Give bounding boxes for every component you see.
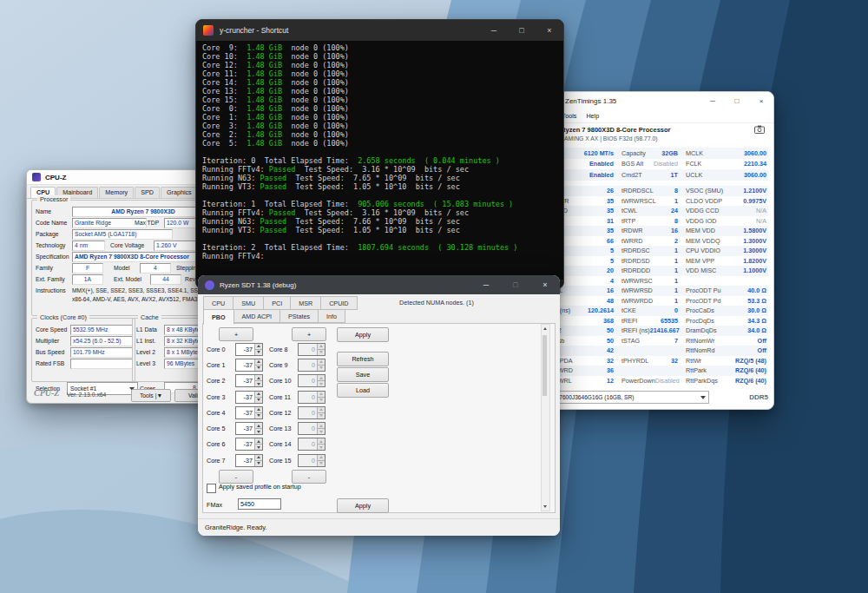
minimize-button[interactable]: ─ [471, 275, 501, 294]
spinner-up-button[interactable] [254, 392, 262, 398]
ycruncher-titlebar[interactable]: y-cruncher - Shortcut ─ □ × [196, 20, 563, 41]
spinner-up-button[interactable] [254, 455, 262, 461]
spinner-down-button[interactable] [317, 350, 325, 355]
sdt-core-offset-spinner[interactable]: 0 [298, 374, 326, 387]
spinner-up-button[interactable] [317, 407, 325, 413]
spinner-up-button[interactable] [254, 359, 262, 366]
spinner-up-button[interactable] [254, 407, 262, 413]
zt-cell: MEM VDD1.5800V [683, 227, 768, 234]
spinner-up-button[interactable] [317, 344, 325, 350]
increase-all-right-button[interactable]: + [292, 327, 326, 341]
sdt-tab-smu[interactable]: SMU [233, 296, 264, 310]
cpuz-tab-memory[interactable]: Memory [99, 187, 134, 198]
sdt-core-offset-value: -37 [236, 346, 254, 353]
sdt-tab-info[interactable]: Info [318, 309, 345, 323]
spinner-down-button[interactable] [317, 381, 325, 386]
screenshot-button[interactable] [753, 123, 766, 135]
cpuz-row-value [70, 359, 133, 369]
sdt-core-offset-spinner[interactable]: -37 [235, 454, 263, 467]
fmax-apply-button[interactable]: Apply [337, 498, 389, 513]
spinner-down-button[interactable] [254, 381, 262, 386]
spinner-up-button[interactable] [317, 375, 325, 381]
sdt-refresh-button[interactable]: Refresh [337, 352, 389, 366]
sdt-tab-pci[interactable]: PCI [263, 296, 291, 310]
spinner-up-button[interactable] [317, 423, 325, 429]
close-button[interactable]: × [530, 275, 560, 294]
spinner-down-button[interactable] [254, 461, 262, 466]
maximize-button[interactable]: □ [501, 275, 530, 294]
sdt-core-offset-spinner[interactable]: 0 [298, 422, 326, 435]
decrease-all-right-button[interactable]: - [292, 470, 326, 484]
vertical-scrollbar[interactable] [541, 324, 550, 511]
spinner-down-button[interactable] [317, 445, 325, 450]
sdt-core-offset-spinner[interactable]: -37 [235, 343, 263, 356]
sdt-core-offset-spinner[interactable]: 0 [298, 359, 326, 372]
cpuz-info-row: Bus Speed101.79 MHz [32, 346, 135, 358]
spinner-up-button[interactable] [317, 455, 325, 461]
spinner-down-button[interactable] [317, 413, 325, 418]
sdt-tab-amd-acpi[interactable]: AMD ACPI [233, 309, 280, 323]
sdt-tab-pbo[interactable]: PBO [203, 309, 234, 325]
spinner-up-button[interactable] [317, 392, 325, 398]
spinner-up-button[interactable] [317, 438, 325, 445]
zt-param-label: UCLK [683, 171, 702, 179]
zentimings-titlebar[interactable]: ZenTimings 1.35 ─ □ × [536, 92, 773, 109]
spinner-down-button[interactable] [254, 366, 262, 371]
dimm-select-dropdown[interactable]: 2: F5-7600J3646G16G (16GB, SR) [541, 391, 709, 404]
cpuz-tab-spd[interactable]: SPD [135, 187, 160, 198]
spinner-down-button[interactable] [254, 398, 262, 403]
sdt-tab-cpu[interactable]: CPU [203, 296, 233, 310]
cpuz-tab-graphics[interactable]: Graphics [161, 187, 198, 198]
zt-param-value: Disabled [655, 377, 685, 385]
spinner-down-button[interactable] [317, 398, 325, 403]
sdt-core-offset-spinner[interactable]: 0 [298, 391, 326, 404]
spinner-down-button[interactable] [317, 461, 325, 466]
scrollbar-thumb[interactable] [542, 335, 547, 396]
sdt-core-offset-spinner[interactable]: -37 [235, 374, 263, 387]
decrease-all-left-button[interactable]: - [219, 470, 253, 484]
sdt-core-offset-spinner[interactable]: -37 [235, 422, 263, 435]
zt-cell: ProcCaDs30.0 Ω [683, 306, 768, 314]
zt-menu-help[interactable]: Help [586, 112, 599, 120]
sdt-core-offset-spinner[interactable]: 0 [298, 438, 326, 451]
minimize-button[interactable]: ─ [700, 92, 725, 109]
sdt-load-button[interactable]: Load [337, 383, 389, 398]
spinner-up-button[interactable] [254, 438, 262, 445]
fmax-input[interactable] [238, 498, 281, 510]
sdt-core-offset-spinner[interactable]: 0 [298, 406, 326, 419]
zt-param-value: 1.3000V [743, 237, 768, 245]
zt-param-label: tRDRDDD [619, 267, 650, 274]
spinner-up-button[interactable] [254, 375, 262, 381]
zt-menu-tools[interactable]: Tools [562, 112, 577, 120]
sdt-save-button[interactable]: Save [337, 367, 389, 382]
sdt-tab-pstates[interactable]: PStates [279, 309, 319, 323]
sdt-core-offset-spinner[interactable]: -37 [235, 438, 263, 451]
spinner-down-button[interactable] [254, 445, 262, 450]
close-button[interactable]: × [749, 92, 773, 109]
increase-all-left-button[interactable]: + [219, 327, 253, 341]
sdt-core-offset-spinner[interactable]: -37 [235, 359, 263, 372]
sdt-tab-msr[interactable]: MSR [290, 296, 321, 310]
spinner-down-button[interactable] [254, 429, 262, 434]
spinner-down-button[interactable] [254, 413, 262, 418]
close-button[interactable]: × [536, 20, 563, 41]
ryzensdt-titlebar[interactable]: Ryzen SDT 1.38 (debug) ─ □ × [198, 275, 560, 294]
maximize-button[interactable]: □ [508, 20, 536, 41]
cpuz-tools-button[interactable]: Tools |▼ [131, 389, 171, 402]
spinner-up-button[interactable] [254, 423, 262, 429]
spinner-up-button[interactable] [317, 359, 325, 366]
spinner-down-button[interactable] [254, 350, 262, 355]
sdt-core-offset-spinner[interactable]: -37 [235, 406, 263, 419]
maximize-button[interactable]: □ [725, 92, 749, 109]
zt-param-value: 1.5800V [743, 227, 768, 234]
sdt-tab-cpuid[interactable]: CPUID [320, 296, 357, 310]
startup-profile-checkbox[interactable] [207, 484, 216, 493]
sdt-core-offset-spinner[interactable]: 0 [298, 343, 326, 356]
spinner-down-button[interactable] [317, 366, 325, 371]
spinner-down-button[interactable] [317, 429, 325, 434]
sdt-core-offset-spinner[interactable]: 0 [298, 454, 326, 467]
spinner-up-button[interactable] [254, 344, 262, 350]
minimize-button[interactable]: ─ [480, 20, 508, 41]
sdt-core-offset-spinner[interactable]: -37 [235, 391, 263, 404]
sdt-apply-button[interactable]: Apply [337, 327, 389, 342]
